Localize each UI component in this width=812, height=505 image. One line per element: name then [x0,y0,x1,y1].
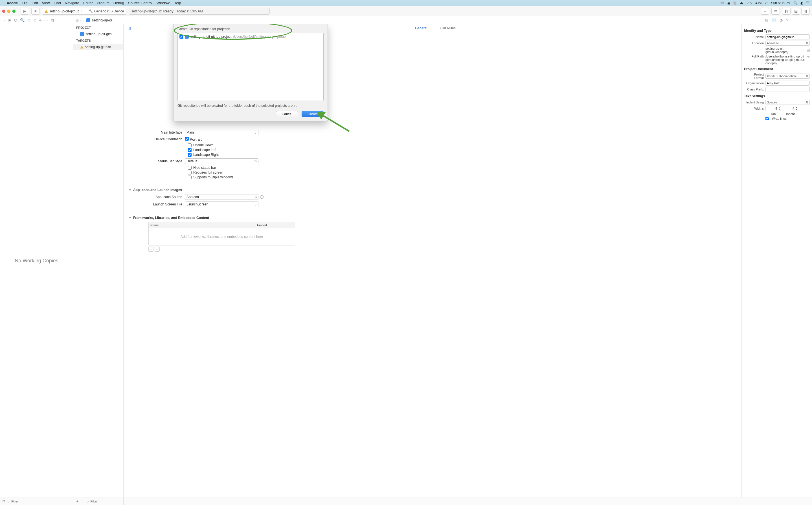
run-button[interactable]: ▶ [21,8,29,15]
nav-folder-icon[interactable]: ▭ [2,18,5,22]
identity-name-field[interactable] [766,34,810,39]
project-checkbox-row[interactable]: setting-up-git-github project /Users/hol… [179,34,322,39]
menu-product[interactable]: Product [97,1,109,5]
gear-icon[interactable]: ⚙ [2,499,6,503]
menu-help[interactable]: Help [173,1,181,5]
forward-button[interactable]: › [83,18,84,22]
back-button[interactable]: ‹ [81,18,82,22]
orientation-landscape-left[interactable] [188,148,192,152]
launch-file-field[interactable]: LaunchScreen⌄ [185,201,258,207]
battery-icon[interactable]: ▭ [765,1,768,5]
navigator-filter[interactable] [11,500,71,503]
disclosure-icon[interactable]: ▼ [129,216,131,219]
statusbar-style-select[interactable]: Default⇅ [185,158,258,164]
toggle-debug-area-button[interactable]: ⬓ [792,8,800,15]
project-row[interactable]: setting-up-git-gith… [73,31,123,37]
class-prefix-field[interactable] [766,87,810,92]
nav-symbol-icon[interactable]: ▣ [8,18,11,22]
reveal-path-icon[interactable]: ➜ [807,55,810,59]
nav-issues-icon[interactable]: ⚠ [27,18,31,22]
main-interface-field[interactable]: Main⌄ [185,130,258,135]
app-icons-section: App Icons and Launch Images [133,188,182,192]
toggle-inspector-button[interactable]: ◨ [801,8,810,15]
projects-listbox[interactable]: setting-up-git-github project /Users/hol… [178,33,324,101]
col-name[interactable]: Name [149,222,255,228]
jump-bar-file[interactable]: setting-up-gi… [92,18,116,22]
target-row[interactable]: setting-up-git-gith… [73,44,123,50]
evernote-icon[interactable]: 🐘 [733,1,737,5]
nav-tests-icon[interactable]: ◇ [33,18,36,22]
nav-debug-icon[interactable]: ⎋ [39,18,41,22]
help-inspector-icon[interactable]: ? [786,18,788,22]
add-target-icon[interactable]: ＋ [76,499,79,504]
orientation-upside-down[interactable] [188,143,192,147]
spotlight-icon[interactable]: 🔍 [793,1,798,5]
col-embed[interactable]: Embed [255,222,295,228]
nav-reports-icon[interactable]: ▤ [50,18,54,22]
minimize-window-icon[interactable] [7,10,10,13]
remove-framework-button[interactable]: − [155,246,160,251]
requires-full-screen-checkbox[interactable] [188,171,192,174]
orientation-portrait[interactable] [185,137,189,141]
outline-toggle-icon[interactable]: ◫ [126,26,132,30]
tab-build-rules[interactable]: Build Rules [439,26,456,30]
appicons-select[interactable]: AppIcon⇅ [185,194,258,200]
history-inspector-icon[interactable]: ◔ [780,18,783,22]
disclosure-icon[interactable]: ▼ [129,188,131,192]
menu-file[interactable]: File [22,1,28,5]
hide-status-bar-checkbox[interactable] [188,166,192,170]
supports-multiple-windows-checkbox[interactable] [188,176,192,179]
organization-field[interactable] [766,80,810,86]
remove-target-icon[interactable]: − [81,499,83,503]
tab-width-stepper[interactable]: 4▲▼ [766,106,781,111]
project-format-select[interactable]: Xcode 9.3-compatible⇅ [766,73,810,78]
wifi-icon[interactable]: ⟋⟍ [746,1,753,5]
airplay-icon[interactable]: ⏏ [740,1,743,5]
menu-find[interactable]: Find [53,1,61,5]
tab-general[interactable]: General [415,26,427,30]
nav-breakpoints-icon[interactable]: ▭ [44,18,48,22]
create-button[interactable]: Create [302,111,324,117]
filter-icon[interactable]: ⌕ [87,499,89,503]
library-add-button[interactable]: ＋ [761,8,769,15]
file-inspector-icon[interactable]: 📄 [772,18,776,22]
reveal-folder-icon[interactable]: ▤ [807,48,810,52]
adjust-editor-icon[interactable]: ⊟ [765,18,768,22]
menu-editor[interactable]: Editor [83,1,93,5]
zoom-window-icon[interactable] [12,10,15,13]
menu-view[interactable]: View [42,1,50,5]
nav-hierarchy-icon[interactable]: ⌬ [14,18,17,22]
orientation-landscape-right[interactable] [188,153,192,157]
file-inspector: Identity and Type Name LocationAbsolute⇅… [741,24,812,497]
nav-search-icon[interactable]: 🔍 [20,18,24,22]
menu-window[interactable]: Window [156,1,169,5]
scheme-selector[interactable]: setting-up-git-github〉 🔨Generic iOS Devi… [42,8,126,15]
location-select[interactable]: Absolute⇅ [766,41,810,46]
related-items-icon[interactable]: ⊞ [76,18,79,22]
project-path: /Users/holtbolt/setting-up-git-github [233,35,285,39]
add-framework-button[interactable]: ＋ [148,246,153,251]
menu-navigate[interactable]: Navigate [65,1,79,5]
toggle-navigator-button[interactable]: ◧ [782,8,791,15]
create-git-repo-sheet: Create Git repositories for projects: se… [173,24,328,122]
clock[interactable]: Sun 5:05 PM [771,1,791,5]
menu-edit[interactable]: Edit [32,1,38,5]
filter-icon[interactable]: ⌕ [7,499,10,503]
cancel-button[interactable]: Cancel [276,111,298,117]
close-window-icon[interactable] [2,10,5,13]
siri-icon[interactable]: ◐ [800,1,803,5]
wrap-lines-checkbox[interactable] [766,117,769,120]
indent-using-select[interactable]: Spaces⇅ [766,100,810,105]
menu-debug[interactable]: Debug [113,1,124,5]
record-icon[interactable]: ◉ [727,1,730,5]
menu-source-control[interactable]: Source Control [128,1,153,5]
project-checkbox[interactable] [180,35,183,39]
menu-app[interactable]: Xcode [7,1,18,5]
project-label: setting-up-git-github project [191,35,231,39]
glasses-icon[interactable]: 👓 [720,1,724,5]
indent-width-stepper[interactable]: 4▲▼ [783,106,798,111]
notification-center-icon[interactable]: ☰ [806,1,809,5]
code-review-button[interactable]: ⇄ [771,8,780,15]
stop-button[interactable]: ■ [31,8,40,15]
appicons-add-icon[interactable]: → [260,195,263,199]
